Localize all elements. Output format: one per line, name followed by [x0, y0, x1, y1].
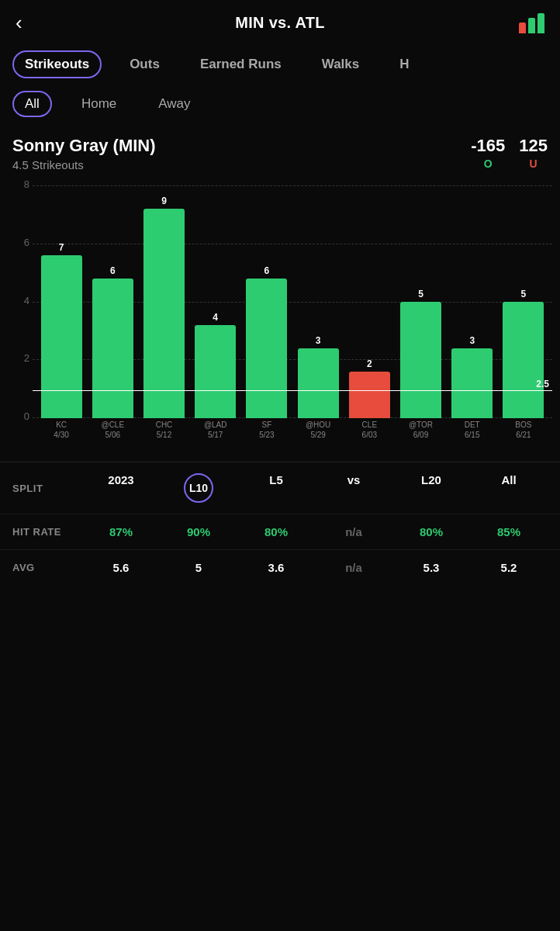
avg-col-all: 5.2: [470, 561, 548, 574]
avg-col-l5: 3.6: [237, 561, 315, 574]
odds-section: -165 O 125 U: [471, 136, 548, 170]
bar-value-label: 3: [316, 335, 321, 346]
bar-value-label: 5: [418, 289, 423, 299]
split-row: SPLIT 2023L10L5vsL20All: [0, 462, 560, 514]
category-tabs: StrikeoutsOutsEarned RunsWalksH: [0, 43, 560, 86]
bar-group-CLE: 2: [344, 185, 395, 418]
odds-pos-value: 125: [519, 136, 548, 156]
x-label-DET: DET6/15: [447, 420, 498, 440]
bar-group-atCLE: 6: [87, 185, 138, 418]
category-tab-outs[interactable]: Outs: [117, 50, 172, 78]
hit-rate-row: HIT RATE 87%90%80%n/a80%85%: [0, 514, 560, 550]
split-circle[interactable]: L10: [184, 473, 213, 503]
avg-label: AVG: [12, 562, 82, 573]
hit-rate-col-all: 85%: [470, 525, 548, 538]
x-label-SF: SF5/23: [241, 420, 292, 440]
filter-tab-all[interactable]: All: [12, 91, 52, 117]
bar-value-label: 6: [264, 265, 270, 276]
bar-group-atLAD: 4: [190, 185, 241, 418]
category-tab-walks[interactable]: Walks: [309, 50, 372, 78]
bar-rect: [400, 302, 441, 418]
bar-value-label: 7: [59, 242, 64, 253]
avg-col-vs: n/a: [315, 561, 392, 574]
avg-columns: 5.653.6n/a5.35.2: [82, 561, 548, 574]
x-label-CLE: CLE6/03: [344, 420, 395, 440]
odds-under-label: U: [530, 157, 538, 170]
player-section: Sonny Gray (MIN) 4.5 Strikeouts -165 O 1…: [0, 128, 560, 176]
bar-group-SF: 6: [241, 185, 292, 418]
grid-label-0: 0: [11, 410, 29, 422]
filter-tabs: AllHomeAway: [0, 86, 560, 128]
page-title: MIN vs. ATL: [235, 14, 325, 32]
hit-rate-label: HIT RATE: [12, 526, 82, 538]
hit-rate-col-l5: 80%: [237, 525, 315, 538]
bar-rect: [92, 279, 133, 418]
x-label-KC: KC4/30: [36, 420, 87, 440]
bar-rect: [195, 325, 236, 418]
bar-group-atTOR: 5: [395, 185, 446, 418]
back-button[interactable]: ‹: [16, 11, 22, 35]
chart-container: 86420 7694632535 KC4/30@CLE5/06CHC5/12@L…: [8, 185, 552, 449]
grid-label-4: 4: [11, 295, 29, 306]
category-tab-h[interactable]: H: [387, 50, 421, 78]
x-label-atLAD: @LAD5/17: [190, 420, 241, 440]
x-label-atHOU: @HOU5/29: [292, 420, 344, 440]
threshold-line: [33, 390, 552, 391]
hit-rate-col-l20: 80%: [392, 525, 470, 538]
bar-group-CHC: 9: [138, 185, 189, 418]
bar-group-DET: 3: [447, 185, 498, 418]
threshold-label: 2.5: [536, 379, 549, 389]
split-col-2023: 2023: [82, 473, 160, 503]
bar-value-label: 6: [110, 265, 116, 276]
split-col-vs: vs: [315, 473, 392, 503]
bar-rect: [143, 209, 185, 418]
hit-rate-col-vs: n/a: [315, 525, 392, 538]
bar-value-label: 2: [367, 358, 372, 369]
chart-bar-green-mid: [528, 18, 535, 33]
odds-over-block: -165 O: [471, 136, 505, 170]
avg-col-2023: 5.6: [82, 561, 160, 574]
chart-bar-green-tall: [538, 13, 544, 33]
stats-table: SPLIT 2023L10L5vsL20All HIT RATE 87%90%8…: [0, 462, 560, 585]
split-col-l5: L5: [237, 473, 315, 503]
bar-value-label: 9: [161, 196, 167, 206]
x-label-CHC: CHC5/12: [138, 420, 189, 440]
avg-row: AVG 5.653.6n/a5.35.2: [0, 550, 560, 585]
category-tab-earned-runs[interactable]: Earned Runs: [188, 50, 294, 78]
split-col-all: All: [470, 473, 548, 503]
hit-rate-col-l10: 90%: [160, 525, 237, 538]
hit-rate-columns: 87%90%80%n/a80%85%: [82, 525, 548, 538]
x-label-atTOR: @TOR6/09: [395, 420, 446, 440]
grid-label-2: 2: [11, 352, 29, 364]
bar-group-atHOU: 3: [292, 185, 344, 418]
split-label: SPLIT: [12, 483, 82, 494]
bar-value-label: 3: [469, 335, 475, 346]
bar-value-label: 4: [213, 312, 218, 323]
header: ‹ MIN vs. ATL: [0, 0, 560, 43]
split-col-l10[interactable]: L10: [160, 473, 237, 503]
bar-value-label: 5: [521, 289, 527, 299]
avg-col-l10: 5: [160, 561, 237, 574]
filter-tab-away[interactable]: Away: [146, 91, 202, 117]
split-col-l20: L20: [392, 473, 470, 503]
odds-over-label: O: [484, 157, 493, 170]
player-name: Sonny Gray (MIN): [12, 136, 156, 156]
grid-label-8: 8: [11, 178, 29, 190]
bar-rect: [451, 348, 493, 418]
bar-rect: [246, 279, 287, 418]
bar-rect: [298, 348, 339, 418]
grid-label-6: 6: [11, 237, 29, 248]
split-columns: 2023L10L5vsL20All: [82, 473, 548, 503]
odds-under-block: 125 U: [519, 136, 548, 170]
bar-rect: [349, 372, 390, 418]
bar-rect: [41, 255, 82, 418]
x-axis-labels: KC4/30@CLE5/06CHC5/12@LAD5/17SF5/23@HOU5…: [33, 420, 552, 449]
avg-col-l20: 5.3: [392, 561, 470, 574]
category-tab-strikeouts[interactable]: Strikeouts: [12, 50, 102, 78]
bar-group-KC: 7: [36, 185, 87, 418]
x-label-atCLE: @CLE5/06: [87, 420, 138, 440]
hit-rate-col-2023: 87%: [82, 525, 160, 538]
chart-bar-red: [519, 22, 526, 33]
odds-neg-value: -165: [471, 136, 505, 156]
filter-tab-home[interactable]: Home: [69, 91, 129, 117]
